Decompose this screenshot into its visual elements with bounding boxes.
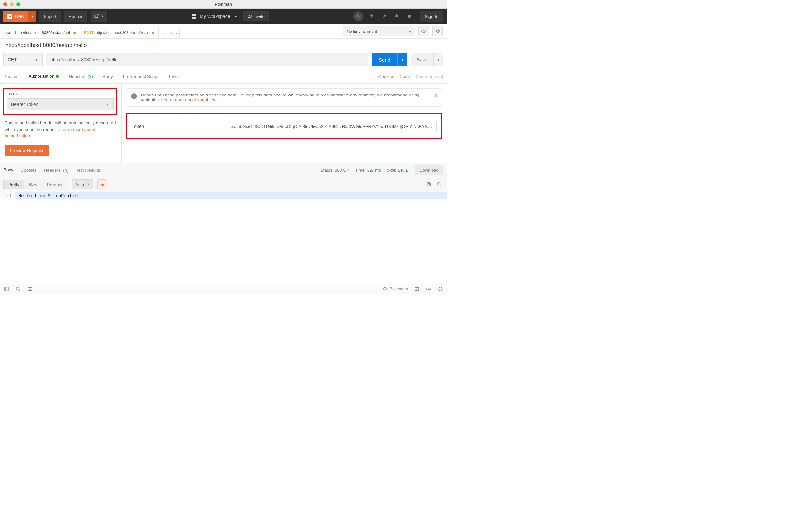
sign-in-button[interactable]: Sign In [420, 11, 444, 22]
view-preview[interactable]: Preview [42, 180, 67, 189]
response-view-tabs: Pretty Raw Preview [3, 180, 67, 189]
notifications-bell-icon[interactable] [393, 13, 401, 20]
environment-quicklook-button[interactable] [419, 26, 429, 36]
search-icon [15, 286, 21, 292]
console-icon [27, 286, 32, 292]
request-tabs: GET http://localhost:8080/restapi/hel PO… [0, 24, 339, 39]
line-wrap-toggle[interactable] [97, 180, 107, 189]
response-tab-cookies[interactable]: Cookies [21, 164, 37, 176]
send-button[interactable]: Send [372, 53, 397, 66]
request-tab-0[interactable]: GET http://localhost:8080/restapi/hel [2, 27, 80, 39]
plus-icon: + [7, 14, 13, 19]
workspace-selector[interactable]: My Workspace ▼ [192, 14, 237, 19]
request-tab-1[interactable]: POST http://localhost:8084/auth/realr [80, 27, 159, 39]
svg-rect-11 [417, 287, 419, 290]
sidebar-toggle-button[interactable] [3, 286, 9, 292]
svg-point-8 [16, 287, 19, 290]
save-button[interactable]: Save [410, 53, 434, 66]
time-label: Time: [355, 168, 366, 172]
runner-button[interactable]: Runner [64, 11, 87, 22]
help-icon [438, 286, 443, 292]
url-row: GET ▼ Send ▼ Save ▼ [0, 51, 447, 70]
gear-icon [435, 29, 440, 34]
app-toolbar: + New ▼ Import Runner ▼ My Workspace ▼ I… [0, 9, 447, 24]
sync-off-icon[interactable] [353, 12, 363, 21]
bootcamp-button[interactable]: Bootcamp [382, 286, 408, 292]
two-pane-icon [414, 286, 419, 292]
info-italic-icon: i [6, 193, 7, 198]
cookies-link[interactable]: Cookies [378, 74, 394, 79]
response-tab-tests[interactable]: Test Results [76, 164, 100, 176]
window-title: Postman [0, 2, 447, 6]
import-button[interactable]: Import [40, 11, 61, 22]
comments-link[interactable]: Comments (0) [415, 74, 444, 79]
tab-params[interactable]: Params [3, 70, 19, 84]
help-button[interactable] [437, 286, 444, 292]
svg-rect-5 [427, 183, 430, 185]
svg-point-6 [437, 183, 440, 185]
url-input[interactable] [46, 53, 368, 66]
save-dropdown-button[interactable]: ▼ [434, 53, 444, 66]
new-button[interactable]: + New [3, 11, 28, 22]
search-response-button[interactable] [435, 180, 444, 189]
preview-request-button[interactable]: Preview Request [4, 145, 48, 156]
size-value: 148 B [397, 168, 409, 172]
response-tab-headers[interactable]: Headers (4) [44, 164, 69, 176]
find-button[interactable] [15, 286, 21, 292]
view-pretty[interactable]: Pretty [4, 180, 24, 189]
svg-rect-10 [415, 287, 417, 290]
learn-more-variables-link[interactable]: Learn more about variables [161, 97, 215, 102]
response-format-select[interactable]: Auto ▼ [72, 180, 93, 189]
unsaved-dot-icon [152, 31, 155, 34]
auth-description: The authorization header will be automat… [4, 120, 116, 139]
graduation-cap-icon [382, 286, 388, 292]
layout-toggle-button[interactable] [414, 286, 420, 292]
auth-type-box: TYPE Bearer Token ▼ [3, 88, 117, 115]
os-title-bar: Postman [0, 0, 447, 9]
new-button-dropdown[interactable]: ▼ [28, 11, 36, 22]
line-text: Hello from MicroProfile! [15, 192, 86, 199]
token-field-highlight: Token [126, 113, 442, 139]
token-input[interactable] [227, 121, 437, 132]
authorization-panel: TYPE Bearer Token ▼ The authorization he… [0, 84, 447, 163]
tab-prerequest[interactable]: Pre-request Script [123, 70, 159, 84]
heart-icon[interactable] [405, 13, 413, 20]
tab-authorization[interactable]: Authorization [29, 70, 59, 84]
new-window-button[interactable]: ▼ [91, 11, 107, 22]
settings-wrench-icon[interactable] [380, 13, 388, 20]
chevron-down-icon: ▼ [35, 58, 39, 62]
capture-icon[interactable] [368, 13, 376, 20]
console-button[interactable] [27, 286, 33, 292]
download-button[interactable]: Download [415, 165, 444, 175]
auth-type-value: Bearer Token [11, 102, 39, 107]
tab-body[interactable]: Body [103, 70, 113, 84]
response-body[interactable]: i 1 Hello from MicroProfile! [0, 192, 447, 284]
active-dot-icon [56, 75, 59, 78]
close-banner-button[interactable]: ✕ [433, 92, 437, 99]
new-button-label: New [15, 14, 24, 19]
environment-label: No Environment [347, 29, 377, 34]
tab-label: http://localhost:8080/restapi/hel [15, 31, 70, 35]
new-tab-button[interactable]: + [159, 28, 169, 39]
svg-point-1 [249, 15, 250, 16]
code-link[interactable]: Code [400, 74, 410, 79]
code-line[interactable]: i 1 Hello from MicroProfile! [0, 192, 447, 199]
environment-manage-button[interactable] [432, 26, 443, 36]
tab-actions-button[interactable]: ··· [169, 28, 180, 39]
environment-selector[interactable]: No Environment ▼ [343, 26, 415, 36]
workspace-grid-icon [192, 14, 197, 19]
search-icon [437, 182, 442, 187]
unsaved-dot-icon [73, 31, 76, 34]
tab-headers[interactable]: Headers (2) [69, 70, 93, 84]
method-selector[interactable]: GET ▼ [3, 53, 43, 66]
send-dropdown-button[interactable]: ▼ [397, 53, 407, 66]
invite-button[interactable]: Invite [243, 12, 269, 21]
copy-response-button[interactable] [424, 180, 433, 189]
keyboard-shortcuts-button[interactable] [426, 286, 432, 292]
response-tab-body[interactable]: Body [3, 164, 13, 176]
view-raw[interactable]: Raw [24, 180, 42, 189]
line-wrap-icon [100, 182, 105, 187]
tab-tests[interactable]: Tests [168, 70, 179, 84]
request-title[interactable]: http://localhost:8080/restapi/hello [0, 39, 447, 51]
auth-type-select[interactable]: Bearer Token ▼ [7, 99, 114, 110]
